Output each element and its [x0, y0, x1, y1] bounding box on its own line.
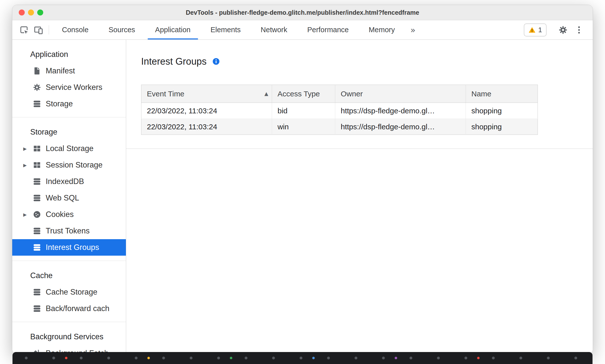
sidebar-item-storage[interactable]: Storage — [12, 96, 126, 112]
column-header-name[interactable]: Name — [466, 85, 538, 103]
sidebar-item-cookies[interactable]: ▶ Cookies — [12, 206, 126, 223]
table-grid-icon — [33, 144, 41, 153]
sidebar-item-cache-storage[interactable]: Cache Storage — [12, 284, 126, 300]
collapsed-expander-icon[interactable]: ▶ — [23, 146, 33, 151]
cell-name: shopping — [466, 103, 538, 119]
cell-access-type: bid — [272, 103, 335, 119]
tree-row[interactable]: expirationTime: 1650538216.837188 — [134, 216, 593, 229]
sidebar-item-session-storage[interactable]: ▶ Session Storage — [12, 157, 126, 173]
sidebar-item-indexeddb[interactable]: IndexedDB — [12, 173, 126, 190]
toolbar-separator — [49, 25, 49, 34]
kebab-menu-button[interactable] — [572, 25, 586, 35]
inspect-element-button[interactable] — [17, 20, 31, 39]
panel-tabs: Console Sources Application Elements Net… — [52, 20, 421, 39]
tree-row[interactable]: joiningOrigin: "https://shopping-fledge-… — [134, 229, 593, 241]
devtools-toolbar: Console Sources Application Elements Net… — [12, 20, 593, 40]
settings-gear-button[interactable] — [556, 25, 570, 35]
column-header-event-time[interactable]: Event Time ▲ — [141, 85, 272, 103]
cell-event-time: 22/03/2022, 11:03:24 — [141, 119, 272, 135]
table-row[interactable]: 22/03/2022, 11:03:24 bid https://dsp-fle… — [141, 103, 538, 119]
table-row[interactable]: 22/03/2022, 11:03:24 win https://dsp-fle… — [141, 119, 538, 135]
devices-icon — [34, 25, 43, 35]
issues-count: 1 — [538, 26, 542, 34]
gear-icon — [558, 25, 568, 35]
cell-owner: https://dsp-fledge-demo.gl… — [335, 119, 466, 135]
cell-access-type: win — [272, 119, 335, 135]
window-title: DevTools - publisher-fledge-demo.glitch.… — [12, 9, 593, 16]
sidebar-section-background-services: Background Services Background Fetch — [12, 322, 126, 354]
info-icon[interactable] — [212, 57, 220, 65]
tab-console[interactable]: Console — [52, 20, 98, 39]
titlebar: DevTools - publisher-fledge-demo.glitch.… — [12, 5, 593, 20]
column-header-access-type[interactable]: Access Type — [272, 85, 335, 103]
interest-groups-table: Event Time ▲ Access Type Owner Name 22/0… — [141, 85, 538, 135]
page-header: Interest Groups — [141, 56, 593, 67]
tree-row[interactable]: adComponents: [] — [134, 168, 593, 180]
sidebar-item-interest-groups[interactable]: Interest Groups — [12, 239, 126, 256]
tab-memory[interactable]: Memory — [359, 20, 405, 39]
sidebar-item-local-storage[interactable]: ▶ Local Storage — [12, 140, 126, 157]
cell-name: shopping — [466, 119, 538, 135]
application-sidebar: Application Manifest Service Workers — [12, 40, 126, 354]
database-stack-icon — [33, 100, 41, 108]
sidebar-section-cache: Cache Cache Storage Back/forward cach — [12, 261, 126, 322]
sidebar-section-application: Application Manifest Service Workers — [12, 40, 126, 117]
section-title-storage: Storage — [12, 124, 126, 140]
database-stack-icon — [33, 177, 41, 186]
toolbar-right-cluster: 1 — [524, 20, 593, 39]
kebab-menu-icon — [574, 25, 584, 35]
tree-row[interactable]: updateUrl: "https://dsp-fledge-demo.glit… — [134, 314, 593, 327]
tree-row[interactable]: userBiddingSignals: "{\"user_bidding_sig… — [134, 327, 593, 339]
sidebar-item-web-sql[interactable]: Web SQL — [12, 190, 126, 206]
tab-elements[interactable]: Elements — [201, 20, 251, 39]
section-title-background-services: Background Services — [12, 329, 126, 345]
page-title: Interest Groups — [141, 56, 207, 67]
dock[interactable] — [12, 352, 593, 364]
tab-performance[interactable]: Performance — [297, 20, 359, 39]
cell-owner: https://dsp-fledge-demo.gl… — [335, 103, 466, 119]
tree-row[interactable]: ownerOrigin: "https://dsp-fledge-demo.gl… — [134, 253, 593, 265]
tree-row[interactable]: ▼ads: [{renderUrl: "https://shopping-fle… — [134, 180, 593, 192]
section-title-application: Application — [12, 46, 126, 63]
sidebar-item-back-forward-cache[interactable]: Back/forward cach — [12, 300, 126, 317]
section-title-cache: Cache — [12, 267, 126, 284]
devtools-window: DevTools - publisher-fledge-demo.glitch.… — [12, 5, 593, 354]
cookie-icon — [33, 210, 41, 219]
document-icon — [33, 67, 41, 75]
tab-network[interactable]: Network — [251, 20, 297, 39]
cell-event-time: 22/03/2022, 11:03:24 — [141, 103, 272, 119]
tab-application[interactable]: Application — [145, 20, 201, 39]
sidebar-item-manifest[interactable]: Manifest — [12, 63, 126, 79]
sidebar-section-storage: Storage ▶ Local Storage ▶ Session Storag… — [12, 117, 126, 261]
collapsed-expander-icon[interactable]: ▶ — [23, 163, 33, 168]
tree-row[interactable]: ▶0: {renderUrl: "https://shopping-fledge… — [134, 192, 593, 204]
database-stack-icon — [33, 227, 41, 235]
inspect-cursor-icon — [19, 25, 29, 35]
device-toolbar-button[interactable] — [31, 20, 46, 39]
sidebar-item-trust-tokens[interactable]: Trust Tokens — [12, 223, 126, 239]
tree-row[interactable]: 1: "key2" — [134, 290, 593, 302]
database-stack-icon — [33, 304, 41, 313]
interest-groups-view: Interest Groups Event Time ▲ Access T — [126, 40, 593, 354]
sidebar-item-service-workers[interactable]: Service Workers — [12, 79, 126, 96]
tree-row[interactable]: biddingUrl: "https://dsp-fledge-demo.gli… — [134, 204, 593, 216]
tree-row[interactable]: ▼trustedBiddingSignalsKeys: ["key1", "ke… — [134, 265, 593, 278]
application-panel: Application Manifest Service Workers — [12, 40, 593, 354]
tab-sources[interactable]: Sources — [98, 20, 145, 39]
database-stack-icon — [33, 243, 41, 252]
table-header-row: Event Time ▲ Access Type Owner Name — [141, 85, 538, 103]
table-grid-icon — [33, 161, 41, 169]
tree-row[interactable]: trustedBiddingSignalsUrl: "https://dsp-f… — [134, 302, 593, 314]
issues-warning-badge[interactable]: 1 — [524, 23, 547, 36]
tree-row[interactable]: name: "shopping" — [134, 241, 593, 253]
tree-row[interactable]: ▼{ownerOrigin: "https://dsp-fledge-demo.… — [134, 155, 593, 168]
more-tabs-button[interactable]: » — [405, 20, 421, 39]
database-stack-icon — [33, 288, 41, 296]
collapsed-expander-icon[interactable]: ▶ — [23, 212, 33, 217]
interest-group-details-tree: ▼{ownerOrigin: "https://dsp-fledge-demo.… — [126, 149, 593, 354]
sort-ascending-icon[interactable]: ▲ — [265, 91, 268, 97]
gear-icon — [33, 83, 41, 92]
tree-row[interactable]: 0: "key1" — [134, 278, 593, 290]
database-stack-icon — [33, 194, 41, 202]
column-header-owner[interactable]: Owner — [335, 85, 466, 103]
